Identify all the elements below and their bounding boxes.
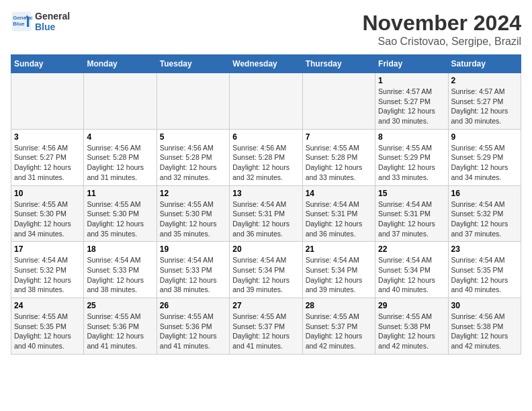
calendar-cell: 6Sunrise: 4:56 AM Sunset: 5:28 PM Daylig… <box>230 129 302 185</box>
calendar-cell: 8Sunrise: 4:55 AM Sunset: 5:29 PM Daylig… <box>375 129 448 185</box>
logo-text-line2: Blue <box>35 21 70 32</box>
day-info: Sunrise: 4:55 AM Sunset: 5:30 PM Dayligh… <box>14 199 81 239</box>
day-number: 20 <box>232 244 299 254</box>
day-number: 4 <box>87 132 153 142</box>
day-info: Sunrise: 4:57 AM Sunset: 5:27 PM Dayligh… <box>378 87 445 126</box>
day-number: 30 <box>451 301 518 310</box>
day-info: Sunrise: 4:55 AM Sunset: 5:36 PM Dayligh… <box>87 312 153 351</box>
day-info: Sunrise: 4:56 AM Sunset: 5:27 PM Dayligh… <box>14 143 81 183</box>
day-info: Sunrise: 4:55 AM Sunset: 5:37 PM Dayligh… <box>306 312 372 351</box>
day-info: Sunrise: 4:54 AM Sunset: 5:33 PM Dayligh… <box>160 255 226 295</box>
calendar-week-2: 3Sunrise: 4:56 AM Sunset: 5:27 PM Daylig… <box>11 129 521 185</box>
day-info: Sunrise: 4:55 AM Sunset: 5:38 PM Dayligh… <box>378 312 445 351</box>
calendar-cell: 1Sunrise: 4:57 AM Sunset: 5:27 PM Daylig… <box>375 73 448 130</box>
day-number: 25 <box>87 301 153 310</box>
day-number: 1 <box>378 76 445 85</box>
calendar-cell <box>230 73 302 130</box>
calendar-body: 1Sunrise: 4:57 AM Sunset: 5:27 PM Daylig… <box>11 73 521 355</box>
calendar-cell: 24Sunrise: 4:55 AM Sunset: 5:35 PM Dayli… <box>11 298 84 355</box>
calendar-week-3: 10Sunrise: 4:55 AM Sunset: 5:30 PM Dayli… <box>11 185 521 242</box>
calendar-cell: 28Sunrise: 4:55 AM Sunset: 5:37 PM Dayli… <box>302 298 375 355</box>
weekday-sunday: Sunday <box>11 55 84 73</box>
day-info: Sunrise: 4:54 AM Sunset: 5:32 PM Dayligh… <box>14 255 81 295</box>
day-info: Sunrise: 4:54 AM Sunset: 5:31 PM Dayligh… <box>232 199 299 239</box>
header: General Blue General Blue November 2024 … <box>11 11 521 48</box>
day-number: 26 <box>160 301 226 310</box>
calendar-cell: 30Sunrise: 4:56 AM Sunset: 5:38 PM Dayli… <box>448 298 521 355</box>
calendar-week-5: 24Sunrise: 4:55 AM Sunset: 5:35 PM Dayli… <box>11 298 521 355</box>
location-title: Sao Cristovao, Sergipe, Brazil <box>362 36 521 48</box>
calendar-cell: 18Sunrise: 4:54 AM Sunset: 5:33 PM Dayli… <box>84 242 157 298</box>
day-number: 17 <box>14 244 81 254</box>
day-number: 2 <box>451 76 518 85</box>
day-number: 22 <box>378 244 445 254</box>
day-info: Sunrise: 4:54 AM Sunset: 5:33 PM Dayligh… <box>87 255 153 295</box>
day-number: 21 <box>306 244 372 254</box>
day-info: Sunrise: 4:56 AM Sunset: 5:38 PM Dayligh… <box>451 312 518 351</box>
weekday-monday: Monday <box>84 55 157 73</box>
calendar-cell: 9Sunrise: 4:55 AM Sunset: 5:29 PM Daylig… <box>448 129 521 185</box>
calendar-cell: 16Sunrise: 4:54 AM Sunset: 5:32 PM Dayli… <box>448 185 521 242</box>
day-number: 13 <box>232 189 299 198</box>
logo-icon: General Blue <box>11 11 32 32</box>
logo-text-line1: General <box>35 11 70 21</box>
day-info: Sunrise: 4:55 AM Sunset: 5:35 PM Dayligh… <box>14 312 81 351</box>
calendar-cell <box>11 73 84 130</box>
day-info: Sunrise: 4:55 AM Sunset: 5:30 PM Dayligh… <box>87 199 153 239</box>
calendar-cell <box>84 73 157 130</box>
day-info: Sunrise: 4:54 AM Sunset: 5:34 PM Dayligh… <box>378 255 445 295</box>
day-info: Sunrise: 4:55 AM Sunset: 5:37 PM Dayligh… <box>232 312 299 351</box>
calendar-cell: 19Sunrise: 4:54 AM Sunset: 5:33 PM Dayli… <box>157 242 229 298</box>
day-info: Sunrise: 4:54 AM Sunset: 5:34 PM Dayligh… <box>232 255 299 295</box>
weekday-tuesday: Tuesday <box>157 55 229 73</box>
day-info: Sunrise: 4:56 AM Sunset: 5:28 PM Dayligh… <box>232 143 299 183</box>
calendar-cell: 20Sunrise: 4:54 AM Sunset: 5:34 PM Dayli… <box>230 242 302 298</box>
calendar-cell: 23Sunrise: 4:54 AM Sunset: 5:35 PM Dayli… <box>448 242 521 298</box>
calendar-cell: 29Sunrise: 4:55 AM Sunset: 5:38 PM Dayli… <box>375 298 448 355</box>
day-number: 8 <box>378 132 445 142</box>
day-number: 19 <box>160 244 226 254</box>
month-title: November 2024 <box>362 11 521 36</box>
calendar-cell <box>302 73 375 130</box>
day-info: Sunrise: 4:55 AM Sunset: 5:30 PM Dayligh… <box>160 199 226 239</box>
day-info: Sunrise: 4:55 AM Sunset: 5:28 PM Dayligh… <box>306 143 372 183</box>
calendar-cell: 5Sunrise: 4:56 AM Sunset: 5:28 PM Daylig… <box>157 129 229 185</box>
calendar-week-4: 17Sunrise: 4:54 AM Sunset: 5:32 PM Dayli… <box>11 242 521 298</box>
day-number: 14 <box>306 189 372 198</box>
weekday-wednesday: Wednesday <box>230 55 302 73</box>
day-number: 7 <box>306 132 372 142</box>
day-info: Sunrise: 4:54 AM Sunset: 5:35 PM Dayligh… <box>451 255 518 295</box>
logo: General Blue General Blue <box>11 11 70 32</box>
weekday-thursday: Thursday <box>302 55 375 73</box>
calendar-cell: 7Sunrise: 4:55 AM Sunset: 5:28 PM Daylig… <box>302 129 375 185</box>
day-info: Sunrise: 4:55 AM Sunset: 5:29 PM Dayligh… <box>378 143 445 183</box>
day-info: Sunrise: 4:57 AM Sunset: 5:27 PM Dayligh… <box>451 87 518 126</box>
day-number: 12 <box>160 189 226 198</box>
calendar-cell: 11Sunrise: 4:55 AM Sunset: 5:30 PM Dayli… <box>84 185 157 242</box>
calendar-cell: 26Sunrise: 4:55 AM Sunset: 5:36 PM Dayli… <box>157 298 229 355</box>
day-info: Sunrise: 4:54 AM Sunset: 5:31 PM Dayligh… <box>378 199 445 239</box>
day-info: Sunrise: 4:56 AM Sunset: 5:28 PM Dayligh… <box>160 143 226 183</box>
calendar-cell <box>157 73 229 130</box>
calendar-table: SundayMondayTuesdayWednesdayThursdayFrid… <box>11 54 521 355</box>
day-number: 3 <box>14 132 81 142</box>
calendar-cell: 27Sunrise: 4:55 AM Sunset: 5:37 PM Dayli… <box>230 298 302 355</box>
day-info: Sunrise: 4:56 AM Sunset: 5:28 PM Dayligh… <box>87 143 153 183</box>
day-number: 27 <box>232 301 299 310</box>
day-info: Sunrise: 4:55 AM Sunset: 5:36 PM Dayligh… <box>160 312 226 351</box>
calendar-cell: 12Sunrise: 4:55 AM Sunset: 5:30 PM Dayli… <box>157 185 229 242</box>
calendar-week-1: 1Sunrise: 4:57 AM Sunset: 5:27 PM Daylig… <box>11 73 521 130</box>
svg-text:General: General <box>13 15 32 21</box>
day-number: 6 <box>232 132 299 142</box>
calendar-cell: 15Sunrise: 4:54 AM Sunset: 5:31 PM Dayli… <box>375 185 448 242</box>
day-number: 5 <box>160 132 226 142</box>
day-number: 11 <box>87 189 153 198</box>
day-number: 18 <box>87 244 153 254</box>
calendar-cell: 25Sunrise: 4:55 AM Sunset: 5:36 PM Dayli… <box>84 298 157 355</box>
title-area: November 2024 Sao Cristovao, Sergipe, Br… <box>362 11 521 48</box>
calendar-cell: 2Sunrise: 4:57 AM Sunset: 5:27 PM Daylig… <box>448 73 521 130</box>
day-number: 10 <box>14 189 81 198</box>
calendar-cell: 13Sunrise: 4:54 AM Sunset: 5:31 PM Dayli… <box>230 185 302 242</box>
day-info: Sunrise: 4:54 AM Sunset: 5:31 PM Dayligh… <box>306 199 372 239</box>
day-number: 23 <box>451 244 518 254</box>
